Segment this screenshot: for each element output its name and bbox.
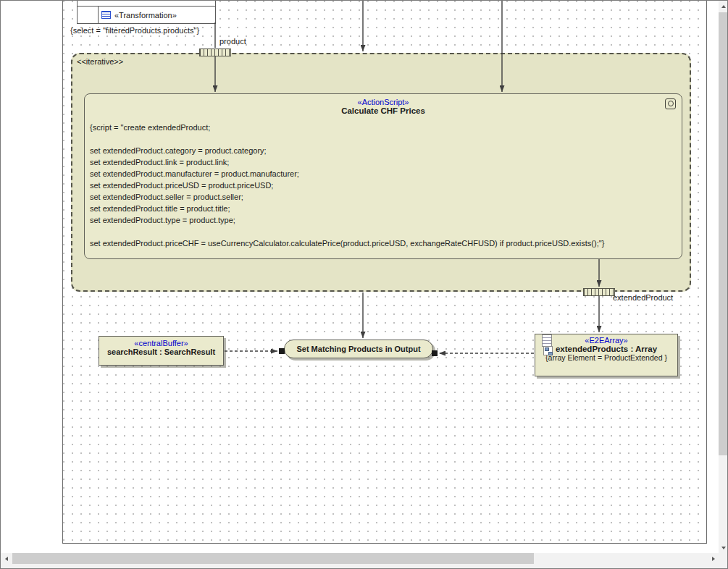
scroll-up-icon (721, 5, 726, 8)
e2earray-constraint: {array Element = ProductExtended } (535, 353, 677, 362)
script-line: set extendedProduct.manufacturer = produ… (90, 168, 682, 180)
script-line: set extendedProduct.priceUSD = product.p… (90, 180, 682, 191)
horizontal-scrollbar-thumb[interactable] (12, 553, 534, 564)
e2earray-node[interactable]: «E2EArray» extendedProducts : Array {arr… (535, 334, 678, 376)
script-gear-icon (665, 98, 676, 109)
expansion-pin-extendedproduct[interactable] (583, 288, 615, 296)
structure-icon (543, 346, 553, 355)
centralbuffer-node[interactable]: «centralBuffer» searchResult : SearchRes… (99, 336, 224, 366)
transformation-compartment-divider (78, 7, 99, 23)
script-line: set extendedProduct.priceCHF = useCurren… (90, 237, 682, 249)
transformation-icon (101, 11, 111, 19)
script-line (90, 133, 682, 145)
script-line: set extendedProduct.title = product.titl… (90, 203, 682, 214)
transformation-node[interactable]: «Transformation» (77, 0, 216, 24)
diagram-editor-window: «Transformation» {select = "filteredProd… (0, 0, 728, 569)
scroll-right-icon (712, 557, 715, 561)
input-pin-left[interactable] (279, 348, 285, 354)
horizontal-scrollbar[interactable] (1, 553, 719, 564)
transformation-constraint-label: {select = "filteredProducts.products"} (70, 26, 199, 35)
e2earray-stereotype: «E2EArray» (535, 336, 677, 345)
script-line: set extendedProduct.category = product.c… (90, 145, 682, 156)
window-bottom-edge (1, 564, 728, 569)
centralbuffer-name: searchResult : SearchResult (99, 347, 223, 356)
extendedproduct-pin-label: extendedProduct (613, 293, 673, 302)
iterative-region-label: <<iterative>> (77, 57, 123, 66)
actionscript-node[interactable]: «ActionScript» Calculate CHF Prices {scr… (84, 93, 682, 259)
set-matching-label: Set Matching Products in Output (296, 345, 420, 353)
actionscript-stereotype: «ActionScript» (85, 98, 682, 106)
scroll-right-button[interactable] (708, 553, 719, 564)
script-line: {script = "create extendedProduct; (90, 122, 682, 133)
scroll-down-icon (721, 547, 726, 549)
set-matching-action-node[interactable]: Set Matching Products in Output (284, 340, 433, 358)
transformation-stereotype-row: «Transformation» (78, 6, 215, 23)
script-line (90, 226, 682, 237)
script-line: set extendedProduct.type = product.type; (90, 214, 682, 226)
scroll-left-button[interactable] (1, 553, 12, 564)
vertical-scrollbar-thumb[interactable] (719, 12, 728, 455)
scroll-down-button[interactable] (719, 542, 728, 553)
centralbuffer-stereotype: «centralBuffer» (99, 339, 223, 347)
note-icon (542, 334, 552, 347)
scrollbar-corner (719, 553, 728, 564)
product-pin-label: product (219, 37, 246, 46)
expansion-pin-product[interactable] (199, 49, 231, 56)
scroll-up-button[interactable] (719, 1, 728, 12)
input-pin-right[interactable] (432, 350, 438, 356)
vertical-scrollbar[interactable] (719, 1, 728, 553)
e2earray-name: extendedProducts : Array (535, 345, 677, 353)
transformation-stereotype: «Transformation» (114, 11, 177, 20)
script-line: set extendedProduct.link = product.link; (90, 156, 682, 168)
actionscript-script: {script = "create extendedProduct; set e… (90, 122, 682, 249)
actionscript-title: Calculate CHF Prices (85, 106, 682, 115)
script-line: set extendedProduct.seller = product.sel… (90, 191, 682, 203)
scroll-left-icon (5, 557, 8, 561)
